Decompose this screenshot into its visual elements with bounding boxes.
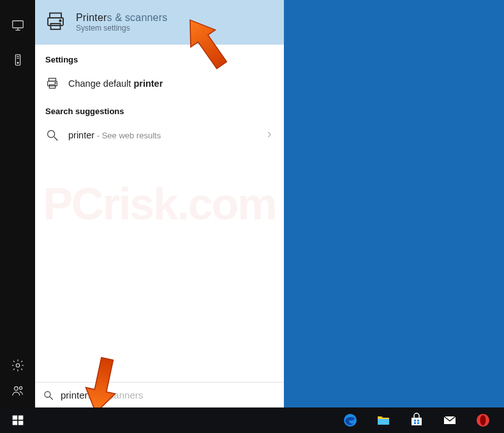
monitor-icon[interactable]	[10, 18, 26, 33]
svg-point-17	[55, 82, 56, 83]
gear-icon[interactable]	[10, 358, 26, 373]
taskbar-app-edge[interactable]	[336, 407, 365, 433]
search-icon	[45, 128, 59, 142]
svg-point-20	[45, 392, 50, 397]
printer-icon	[44, 10, 67, 35]
start-button[interactable]	[0, 407, 35, 433]
store-icon	[409, 413, 424, 428]
svg-point-6	[17, 62, 19, 64]
best-match-result[interactable]: Printers & scanners System settings	[35, 0, 284, 45]
start-search-input[interactable]: printers & scanners	[35, 382, 284, 407]
svg-rect-27	[378, 419, 389, 425]
svg-rect-29	[414, 420, 416, 422]
svg-point-13	[59, 20, 61, 21]
desktop: Printers & scanners System settings Sett…	[0, 0, 504, 433]
settings-result-label: Change default printer	[68, 78, 163, 89]
chevron-right-icon	[265, 130, 274, 141]
section-search-suggestions-label: Search suggestions	[35, 96, 284, 122]
svg-point-9	[19, 386, 22, 389]
taskbar-app-mail[interactable]	[435, 407, 464, 433]
taskbar-app-file-explorer[interactable]	[369, 407, 398, 433]
svg-rect-12	[51, 24, 61, 29]
tower-icon[interactable]	[10, 52, 26, 68]
settings-result-change-default-printer[interactable]: Change default printer	[35, 71, 284, 96]
svg-rect-22	[12, 416, 17, 420]
opera-icon	[475, 413, 491, 428]
svg-rect-25	[18, 421, 23, 425]
windows-logo-icon	[11, 414, 24, 427]
search-icon	[43, 390, 54, 401]
taskbar	[0, 407, 504, 433]
start-menu-rail	[0, 0, 35, 407]
svg-point-35	[480, 415, 486, 425]
taskbar-app-opera[interactable]	[468, 407, 498, 433]
printer-icon	[45, 77, 59, 91]
svg-point-18	[48, 131, 55, 138]
mail-icon	[442, 413, 457, 428]
taskbar-pinned-apps	[329, 407, 504, 433]
web-suggestion-label: printer - See web results	[68, 130, 161, 140]
svg-rect-24	[12, 421, 17, 425]
svg-rect-0	[12, 21, 23, 28]
search-typed-text: printers & scanners	[61, 390, 143, 400]
section-settings-label: Settings	[35, 45, 284, 71]
edge-icon	[343, 413, 358, 428]
people-icon[interactable]	[10, 383, 26, 399]
best-match-subtitle: System settings	[76, 24, 167, 33]
svg-line-19	[54, 137, 58, 141]
svg-rect-23	[18, 416, 23, 420]
svg-rect-14	[49, 78, 56, 82]
taskbar-search-area	[35, 407, 284, 433]
svg-point-8	[14, 386, 18, 390]
svg-rect-10	[50, 13, 61, 18]
svg-rect-31	[414, 422, 416, 424]
svg-rect-16	[49, 85, 55, 89]
svg-line-21	[50, 397, 53, 400]
best-match-title: Printers & scanners	[76, 12, 167, 24]
folder-icon	[376, 413, 391, 428]
start-search-panel: Printers & scanners System settings Sett…	[35, 0, 284, 407]
taskbar-app-store[interactable]	[402, 407, 431, 433]
web-suggestion-printer[interactable]: printer - See web results	[35, 122, 284, 148]
svg-rect-30	[417, 420, 419, 422]
svg-rect-28	[411, 418, 422, 425]
svg-rect-32	[417, 422, 419, 424]
svg-point-7	[16, 363, 20, 367]
